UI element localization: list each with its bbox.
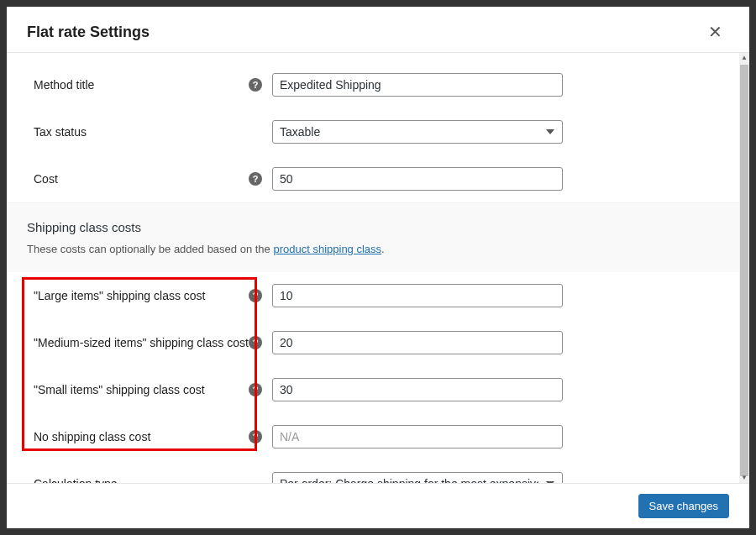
row-method-title: Method title ? [27, 61, 729, 108]
help-icon[interactable]: ? [249, 336, 262, 349]
main-settings-section: Method title ? Tax status Taxable [27, 53, 729, 202]
modal-container: Flat rate Settings ✕ Method title ? Tax … [7, 7, 749, 528]
label-large-items: "Large items" shipping class cost [27, 289, 205, 302]
save-changes-button[interactable]: Save changes [638, 494, 729, 518]
label-calculation-type: Calculation type [27, 477, 118, 483]
no-shipping-class-cost-input[interactable] [272, 425, 563, 448]
row-calculation-type: Calculation type Per order: Charge shipp… [27, 460, 729, 483]
shipping-class-rows: "Large items" shipping class cost ? "Med… [27, 272, 729, 483]
large-items-cost-input[interactable] [272, 284, 563, 307]
help-icon[interactable]: ? [249, 78, 262, 92]
small-items-cost-input[interactable] [272, 378, 563, 401]
help-icon[interactable]: ? [249, 383, 262, 396]
row-tax-status: Tax status Taxable [27, 108, 729, 155]
modal-title: Flat rate Settings [27, 24, 150, 41]
tax-status-select[interactable]: Taxable [272, 120, 563, 144]
calculation-type-select-wrap: Per order: Charge shipping for the most … [272, 472, 563, 483]
shipping-class-section-title: Shipping class costs [27, 203, 729, 243]
cost-input[interactable] [272, 167, 563, 191]
label-medium-items: "Medium-sized items" shipping class cost [27, 336, 249, 349]
shipping-class-description: These costs can optionally be added base… [27, 243, 729, 272]
modal-header: Flat rate Settings ✕ [7, 7, 749, 53]
row-medium-items: "Medium-sized items" shipping class cost… [27, 319, 729, 366]
close-button[interactable]: ✕ [701, 20, 729, 44]
medium-items-cost-input[interactable] [272, 331, 563, 354]
row-no-shipping-class: No shipping class cost ? [27, 413, 729, 460]
scroll-down-arrow-icon[interactable]: ▼ [739, 473, 749, 483]
calculation-type-select[interactable]: Per order: Charge shipping for the most … [272, 472, 563, 483]
label-cost: Cost [27, 172, 58, 186]
product-shipping-class-link[interactable]: product shipping class [273, 243, 381, 255]
help-icon[interactable]: ? [249, 430, 262, 443]
row-cost: Cost ? [27, 155, 729, 202]
help-icon[interactable]: ? [249, 172, 262, 186]
modal-footer: Save changes [7, 483, 749, 528]
tax-status-select-wrap: Taxable [272, 120, 563, 144]
help-icon[interactable]: ? [249, 289, 262, 302]
modal-body: Method title ? Tax status Taxable [7, 53, 749, 483]
label-no-shipping-class: No shipping class cost [27, 430, 150, 443]
scrollbar-track[interactable]: ▲ ▼ [739, 53, 749, 483]
close-icon: ✕ [708, 23, 722, 41]
label-tax-status: Tax status [27, 125, 87, 139]
row-small-items: "Small items" shipping class cost ? [27, 366, 729, 413]
scrollbar-thumb[interactable] [740, 65, 748, 476]
label-method-title: Method title [27, 78, 94, 92]
row-large-items: "Large items" shipping class cost ? [27, 272, 729, 319]
label-small-items: "Small items" shipping class cost [27, 383, 205, 396]
scroll-up-arrow-icon[interactable]: ▲ [739, 53, 749, 63]
shipping-class-header: Shipping class costs These costs can opt… [7, 202, 749, 272]
method-title-input[interactable] [272, 73, 563, 97]
